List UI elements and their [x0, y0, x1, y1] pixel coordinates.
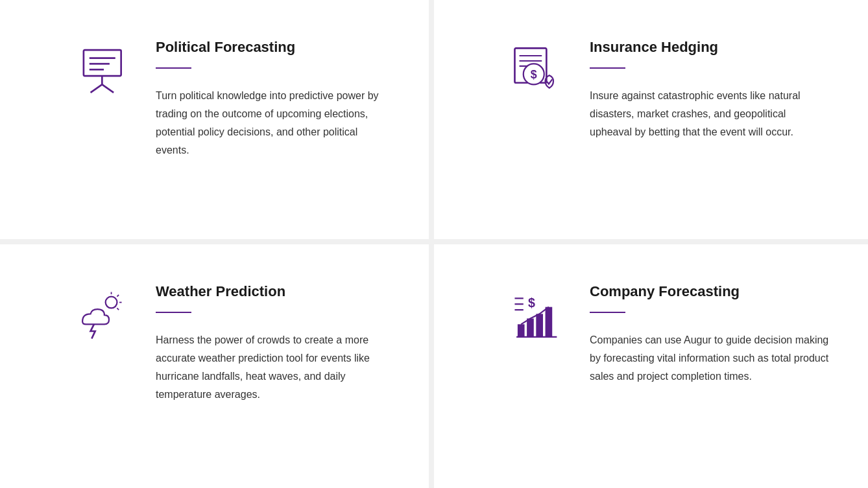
company-forecasting-description: Companies can use Augur to guide decisio…: [590, 331, 829, 386]
presentation-chart-icon: [78, 45, 130, 97]
svg-line-5: [91, 84, 102, 92]
svg-text:$: $: [528, 295, 535, 309]
company-forecasting-title: Company Forecasting: [590, 283, 829, 300]
svg-line-6: [102, 84, 114, 92]
insurance-hedging-content: Insurance Hedging Insure against catastr…: [590, 39, 829, 141]
insurance-hedging-description: Insure against catastrophic events like …: [590, 87, 829, 141]
svg-line-17: [117, 308, 119, 310]
svg-point-13: [106, 296, 117, 308]
company-forecasting-content: Company Forecasting Companies can use Au…: [590, 283, 829, 386]
company-forecasting-card: $ Company Forecasting Companies can use …: [434, 244, 868, 489]
weather-prediction-card: Weather Prediction Harness the power of …: [0, 244, 434, 489]
weather-prediction-title: Weather Prediction: [156, 283, 390, 300]
insurance-hedging-divider: [590, 67, 625, 69]
weather-prediction-description: Harness the power of crowds to create a …: [156, 331, 390, 404]
political-forecasting-divider: [156, 67, 191, 69]
svg-rect-23: [527, 318, 534, 336]
insurance-hedging-icon-area: $: [512, 39, 570, 100]
insurance-hedging-title: Insurance Hedging: [590, 39, 829, 56]
weather-prediction-content: Weather Prediction Harness the power of …: [156, 283, 390, 404]
weather-storm-icon: [78, 290, 130, 342]
features-grid: Political Forecasting Turn political kno…: [0, 0, 868, 488]
bar-chart-icon: $: [512, 290, 564, 342]
svg-rect-24: [536, 314, 543, 337]
political-forecasting-content: Political Forecasting Turn political kno…: [156, 39, 390, 159]
money-shield-icon: $: [512, 45, 564, 97]
weather-prediction-divider: [156, 312, 191, 313]
svg-rect-22: [518, 324, 525, 337]
svg-rect-25: [546, 307, 553, 336]
company-forecasting-divider: [590, 312, 625, 313]
company-forecasting-icon-area: $: [512, 283, 570, 344]
svg-text:$: $: [531, 68, 537, 81]
insurance-hedging-card: $ Insurance Hedging Insure against catas…: [434, 0, 868, 244]
weather-prediction-icon-area: [78, 283, 136, 344]
svg-line-15: [117, 295, 119, 297]
political-forecasting-card: Political Forecasting Turn political kno…: [0, 0, 434, 244]
political-forecasting-title: Political Forecasting: [156, 39, 390, 56]
political-forecasting-description: Turn political knowledge into predictive…: [156, 87, 390, 159]
political-forecasting-icon-area: [78, 39, 136, 100]
